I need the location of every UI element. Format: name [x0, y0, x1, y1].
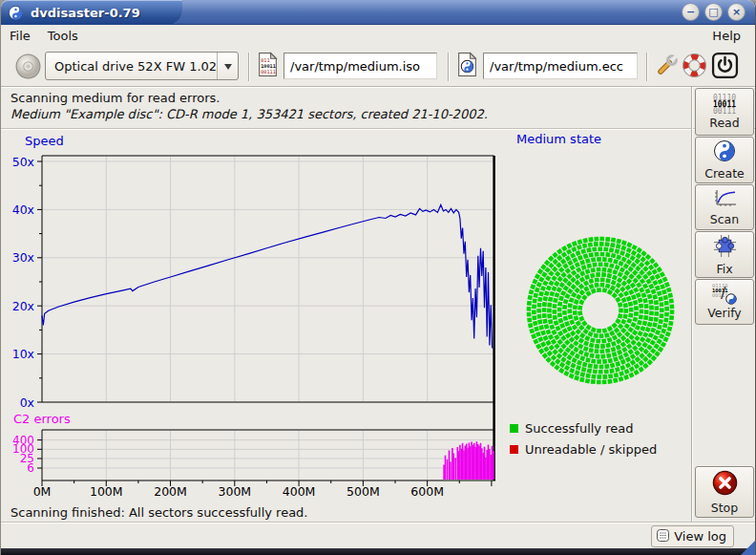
- view-log-button[interactable]: View log: [651, 525, 734, 547]
- svg-text:30x: 30x: [12, 250, 34, 265]
- svg-text:0M: 0M: [33, 484, 52, 499]
- fix-button[interactable]: Fix: [695, 231, 754, 278]
- minimize-button[interactable]: −: [682, 3, 700, 21]
- fix-button-label: Fix: [716, 262, 732, 276]
- toolbar-separator: [248, 53, 250, 81]
- chevron-down-icon: [217, 53, 238, 79]
- sidebar-separator: [691, 87, 693, 522]
- iso-path-input[interactable]: [284, 53, 437, 79]
- svg-text:400: 400: [12, 434, 34, 447]
- window-title: dvdisaster-0.79: [31, 6, 140, 20]
- legend-swatch-success: [510, 424, 518, 433]
- titlebar-tab: dvdisaster-0.79: [1, 0, 182, 25]
- svg-text:100M: 100M: [90, 484, 123, 499]
- legend-item-success: Successfully read: [510, 421, 633, 436]
- speed-and-c2-charts: 0M100M200M300M400M500M600M0x10x20x30x40x…: [9, 129, 502, 503]
- svg-text:40x: 40x: [12, 203, 34, 217]
- app-yinyang-icon: [8, 5, 24, 21]
- scan-button[interactable]: Scan: [695, 184, 754, 230]
- medium-state-title: Medium state: [516, 132, 601, 146]
- create-button-label: Create: [704, 166, 745, 181]
- ecc-file-icon: [455, 52, 479, 77]
- svg-text:400M: 400M: [283, 484, 316, 499]
- status-line-primary: Scanning medium for read errors.: [10, 91, 220, 105]
- menu-tools[interactable]: Tools: [39, 27, 87, 45]
- iso-image-icon: 011 10011 00111: [256, 52, 280, 77]
- legend-label-success: Successfully read: [525, 421, 633, 436]
- stop-button-label: Stop: [711, 501, 738, 515]
- titlebar[interactable]: dvdisaster-0.79 − □ ×: [1, 0, 755, 25]
- dvdisaster-window: dvdisaster-0.79 − □ × File Tools Help Op…: [0, 0, 756, 555]
- menu-help[interactable]: Help: [704, 27, 749, 45]
- puzzle-fix-icon: [713, 234, 737, 261]
- menu-file[interactable]: File: [1, 27, 39, 45]
- stop-x-icon: [711, 469, 739, 500]
- svg-text:20x: 20x: [12, 299, 34, 313]
- quit-power-icon[interactable]: [711, 52, 739, 79]
- binary-read-icon: 011101001100111: [713, 95, 736, 115]
- svg-text:500M: 500M: [346, 484, 380, 499]
- maximize-button[interactable]: □: [704, 3, 723, 21]
- drive-selector[interactable]: Optical drive 52X FW 1.02: [45, 52, 239, 80]
- verify-button[interactable]: 011101001100111 / Verify: [695, 279, 754, 325]
- svg-text:50x: 50x: [12, 155, 34, 169]
- help-lifebelt-icon[interactable]: [681, 52, 708, 79]
- legend-swatch-unreadable: [510, 445, 518, 454]
- mini-yin-yang-icon: [725, 293, 737, 305]
- resize-grip[interactable]: [741, 541, 755, 555]
- menubar: File Tools Help: [1, 25, 755, 46]
- log-icon: [656, 528, 670, 545]
- verify-button-label: Verify: [707, 306, 741, 320]
- svg-text:Speed: Speed: [25, 134, 64, 148]
- read-button[interactable]: 011101001100111 Read: [695, 88, 754, 136]
- svg-text:600M: 600M: [410, 484, 444, 499]
- toolbar: Optical drive 52X FW 1.02 011 10011 0011…: [1, 46, 755, 87]
- medium-state-disc: [513, 223, 688, 398]
- verify-compare-icon: 011101001100111 /: [712, 284, 737, 305]
- stop-button[interactable]: Stop: [695, 466, 754, 518]
- scan-graph-icon: [712, 189, 737, 211]
- status-header: Scanning medium for read errors. Medium …: [1, 87, 755, 129]
- scan-button-label: Scan: [710, 212, 739, 226]
- create-button[interactable]: Create: [695, 137, 754, 183]
- svg-text:00111: 00111: [261, 69, 276, 75]
- toolbar-separator: [646, 53, 648, 81]
- toolbar-separator: [448, 53, 450, 81]
- status-line-medium-info: Medium "Example disc": CD-R mode 1, 3534…: [10, 107, 488, 121]
- svg-text:200M: 200M: [154, 484, 187, 499]
- legend-label-unreadable: Unreadable / skipped: [525, 442, 657, 457]
- statusbar: View log: [1, 522, 755, 548]
- read-button-label: Read: [709, 116, 739, 130]
- legend-item-unreadable: Unreadable / skipped: [510, 442, 657, 457]
- svg-text:300M: 300M: [218, 484, 251, 499]
- close-button[interactable]: ×: [727, 3, 746, 21]
- svg-text:10x: 10x: [12, 347, 34, 361]
- optical-drive-icon: [14, 53, 42, 80]
- ecc-path-input[interactable]: [483, 53, 638, 79]
- preferences-wrench-icon[interactable]: [652, 51, 682, 80]
- scan-result-status: Scanning finished: All sectors successfu…: [10, 505, 308, 520]
- svg-text:C2 errors: C2 errors: [13, 412, 71, 426]
- window-bottom-edge: [1, 548, 755, 555]
- view-log-label: View log: [674, 529, 726, 544]
- yin-yang-icon: [713, 139, 736, 165]
- svg-text:0x: 0x: [20, 395, 34, 410]
- drive-selector-value: Optical drive 52X FW 1.02: [46, 59, 217, 74]
